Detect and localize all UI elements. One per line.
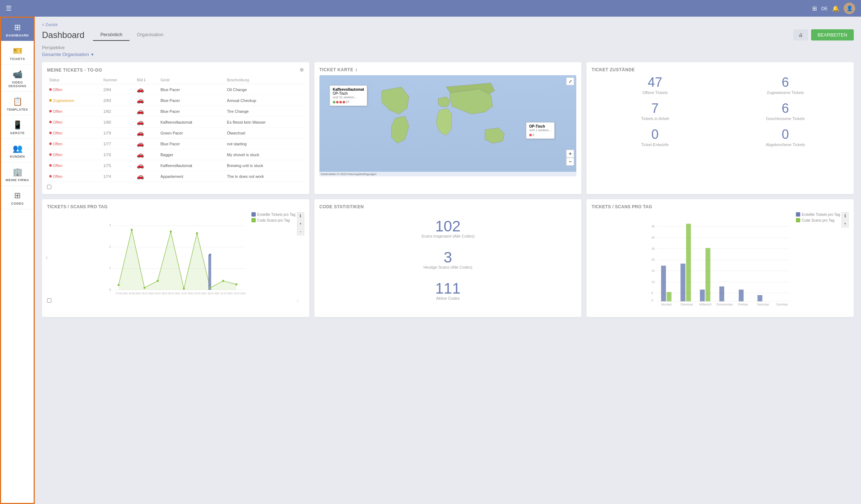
tab-persoenlich[interactable]: Persönlich bbox=[93, 29, 130, 41]
lang-label: DE bbox=[821, 6, 828, 11]
dashboard-grid: Meine Tickets - TO-DO ⚙ Status Nummer Bi… bbox=[42, 62, 854, 317]
state-label: Abgebrochene Tickets bbox=[722, 142, 849, 147]
map-zoom-in[interactable]: + bbox=[566, 150, 574, 158]
main-layout: ⊞ DASHBOARD 🎫 TICKETS 📹 VIDEO SESSIONS 📋… bbox=[0, 17, 861, 504]
status-dot bbox=[49, 153, 52, 156]
chart-zoom-in-button[interactable]: + bbox=[297, 220, 304, 227]
sidebar-item-dashboard[interactable]: ⊞ DASHBOARD bbox=[1, 18, 34, 41]
table-row[interactable]: Offen 1/75 🚗 Kaffeevollautomat Brewing u… bbox=[47, 160, 304, 171]
svg-text:12.07.2023: 12.07.2023 bbox=[181, 292, 194, 295]
table-row[interactable]: Offen 1/76 🚗 Bagger My shovel is stuck bbox=[47, 149, 304, 160]
map-info-icon[interactable]: ℹ bbox=[356, 68, 357, 72]
sidebar-item-tickets[interactable]: 🎫 TICKETS bbox=[1, 41, 34, 65]
tooltip2-title: OP-Tisch bbox=[529, 124, 552, 128]
breadcrumb[interactable]: < Zurück bbox=[42, 22, 854, 27]
map-expand-button[interactable]: ⤢ bbox=[566, 77, 574, 85]
user-avatar[interactable]: 👤 bbox=[844, 3, 855, 14]
table-row[interactable]: Offen 1/74 🚗 Appartement The tv does not… bbox=[47, 171, 304, 182]
svg-text:30: 30 bbox=[652, 236, 655, 239]
dashboard-header: Dashboard Persönlich Organisation 🖨 BEAR… bbox=[42, 29, 854, 41]
hamburger-icon[interactable]: ☰ bbox=[6, 4, 12, 12]
green-dot-5 bbox=[170, 231, 172, 233]
states-grid: 47 Offene Tickets 6 Zugewiesene Tickets … bbox=[591, 76, 849, 147]
map-title: Ticket Karte bbox=[319, 67, 353, 72]
right-legend-color-blue bbox=[796, 212, 800, 217]
status-dot bbox=[49, 164, 52, 167]
chart-controls: ℹ + − bbox=[297, 212, 304, 235]
svg-text:15.07.2023: 15.07.2023 bbox=[194, 292, 207, 295]
bild-info-icon[interactable]: ℹ bbox=[144, 78, 145, 82]
perspektive-select[interactable]: Gesamte Organisation ▾ bbox=[42, 52, 854, 57]
svg-text:0: 0 bbox=[109, 288, 111, 291]
green-dot-10 bbox=[235, 283, 237, 286]
cell-beschreibung: Es fliesst kein Wasser bbox=[225, 117, 304, 128]
select-all-checkbox[interactable] bbox=[47, 185, 51, 189]
print-button[interactable]: 🖨 bbox=[793, 29, 808, 40]
svg-text:03.07.2023: 03.07.2023 bbox=[142, 292, 154, 295]
right-legend-label-blue: Erstellte Tickets pro Tag bbox=[802, 213, 840, 217]
active-codes-item: 111 Aktive Codes bbox=[435, 281, 461, 300]
legend-color-blue bbox=[251, 212, 256, 217]
sidebar-item-kunden[interactable]: 👥 KUNDEN bbox=[1, 139, 34, 162]
sidebar-label-geraete: GERÄTE bbox=[10, 131, 25, 135]
table-row[interactable]: Offen 2/84 🚗 Blue Pacer Oil Change bbox=[47, 84, 304, 95]
dashboard-icon: ⊞ bbox=[14, 23, 21, 32]
sidebar-item-templates[interactable]: 📋 TEMPLATES bbox=[1, 92, 34, 115]
tickets-panel: Meine Tickets - TO-DO ⚙ Status Nummer Bi… bbox=[42, 62, 309, 194]
scans-today-label: Heutige Scans (Alle Codes) bbox=[423, 265, 472, 269]
legend-label-green: Code Scans pro Tag bbox=[257, 218, 290, 222]
state-number: 6 bbox=[722, 102, 849, 115]
map-zoom-out[interactable]: − bbox=[566, 158, 574, 166]
svg-text:3: 3 bbox=[109, 223, 111, 227]
cell-beschreibung: Brewing unit is stuck bbox=[225, 160, 304, 171]
cell-bild: 🚗 bbox=[135, 95, 158, 106]
tab-organisation[interactable]: Organisation bbox=[130, 29, 171, 41]
right-chart-zoom-in[interactable]: + bbox=[841, 220, 849, 227]
grid-apps-icon[interactable]: ⊞ bbox=[812, 5, 817, 12]
sidebar-label-templates: TEMPLATES bbox=[7, 108, 28, 111]
chart-prev-button[interactable]: ‹ bbox=[46, 253, 48, 261]
cell-nummer: 1/82 bbox=[101, 106, 135, 117]
cell-beschreibung: Oil Change bbox=[225, 84, 304, 95]
svg-text:35: 35 bbox=[652, 225, 655, 228]
cell-geraet: Blue Pacer bbox=[158, 95, 225, 106]
status-dot bbox=[49, 88, 52, 91]
chart-checkbox[interactable] bbox=[47, 298, 51, 303]
sidebar-item-geraete[interactable]: 📱 GERÄTE bbox=[1, 115, 34, 139]
page-title: Dashboard bbox=[42, 30, 84, 40]
chart-zoom-out-button[interactable]: − bbox=[297, 228, 304, 235]
sidebar-item-codes[interactable]: ⊞ CODES bbox=[1, 186, 34, 209]
table-row[interactable]: Offen 1/77 🚗 Blue Pacer not starting bbox=[47, 138, 304, 149]
rc-bar-blue-2 bbox=[680, 264, 685, 301]
firma-icon: 🏢 bbox=[13, 167, 22, 177]
gear-icon[interactable]: ⚙ bbox=[300, 67, 304, 73]
table-row[interactable]: Zugewiesen 2/83 🚗 Blue Pacer Annual Chec… bbox=[47, 95, 304, 106]
cell-status: Offen bbox=[47, 160, 101, 171]
right-chart-svg: 35 30 25 20 15 10 5 0 bbox=[591, 222, 849, 306]
green-dot-4 bbox=[157, 280, 159, 282]
svg-text:Freitag: Freitag bbox=[738, 303, 748, 306]
chart-info-button[interactable]: ℹ bbox=[297, 212, 304, 219]
active-codes-number: 111 bbox=[435, 281, 461, 296]
chart-right-nav[interactable]: › bbox=[297, 299, 298, 303]
status-dot bbox=[49, 132, 52, 134]
sidebar: ⊞ DASHBOARD 🎫 TICKETS 📹 VIDEO SESSIONS 📋… bbox=[0, 17, 35, 504]
notification-bell-icon[interactable]: 🔔 bbox=[832, 5, 839, 12]
sidebar-item-meine-firma[interactable]: 🏢 MEINE FIRMA bbox=[1, 162, 34, 186]
sidebar-item-video-sessions[interactable]: 📹 VIDEO SESSIONS bbox=[1, 65, 34, 92]
active-codes-label: Aktive Codes bbox=[435, 296, 461, 300]
edit-button[interactable]: BEARBEITEN bbox=[811, 29, 854, 40]
map-credit: Kartendaten © 2023 Nutzungsbedingungen bbox=[319, 172, 577, 176]
language-selector[interactable]: DE bbox=[821, 6, 828, 11]
state-number: 7 bbox=[591, 102, 718, 115]
table-row[interactable]: Offen 1/79 🚗 Green Pacer Ölwechsel bbox=[47, 128, 304, 138]
right-chart-info-button[interactable]: ℹ bbox=[841, 212, 849, 219]
tickets-scans-chart-panel: Tickets / Scans pro Tag Erstellte Ticket… bbox=[42, 199, 309, 317]
svg-text:2: 2 bbox=[109, 245, 111, 248]
scans-total-item: 102 Scans insgesamt (Alle Codes) bbox=[421, 219, 474, 238]
sidebar-label-codes: CODES bbox=[11, 202, 24, 205]
cell-bild: 🚗 bbox=[135, 128, 158, 138]
tickets-icon: 🎫 bbox=[13, 46, 22, 56]
table-row[interactable]: Offen 1/82 🚗 Blue Pacer Tire Change bbox=[47, 106, 304, 117]
table-row[interactable]: Offen 1/80 🚗 Kaffeevollautomat Es fliess… bbox=[47, 117, 304, 128]
